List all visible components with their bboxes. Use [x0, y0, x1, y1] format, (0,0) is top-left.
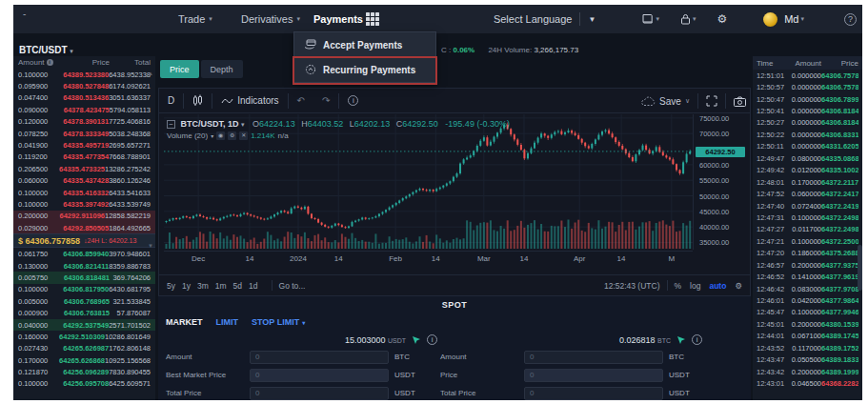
trade-row[interactable]: 12:43:520.11700064389.175200: [753, 342, 862, 354]
trade-row[interactable]: 12:45:010.20000064380.153929: [753, 318, 862, 330]
orderbook-row[interactable]: 0.09590064380.5278486174.092621: [13, 80, 155, 91]
orderbook-row[interactable]: 0.12000064378.3901317725.406816: [13, 116, 155, 128]
trade-row[interactable]: 12:46:010.04200064377.986400: [753, 294, 862, 306]
log-scale-button[interactable]: log: [690, 281, 700, 291]
goto-button[interactable]: Go to...: [279, 281, 306, 291]
orderbook-row[interactable]: 0.20000064292.91109612858.582219: [13, 211, 155, 222]
scroll-down-icon[interactable]: ▼: [148, 243, 153, 249]
trade-row[interactable]: 12:47:400.07240064372.241918: [753, 200, 862, 212]
pointer-icon[interactable]: [412, 335, 421, 345]
orderbook-row[interactable]: 0.20650064335.47332513286.275242: [13, 163, 155, 174]
trade-row[interactable]: 12:43:010.04650064368.228204: [753, 377, 862, 389]
chevron-down-icon[interactable]: ▾: [241, 121, 245, 128]
save-button[interactable]: Save: [659, 96, 681, 107]
orderbook-row[interactable]: 0.04190064335.4957192695.657271: [13, 139, 155, 151]
range-button-5d[interactable]: 5d: [233, 281, 242, 291]
info-icon[interactable]: i: [427, 334, 437, 345]
trade-row[interactable]: 12:44:010.06710064389.174500: [753, 331, 862, 342]
trade-row[interactable]: 12:45:470.10000064377.994602: [753, 307, 862, 318]
user-menu[interactable]: Md▾: [784, 13, 804, 25]
percent-scale-button[interactable]: %: [675, 281, 682, 291]
trade-row[interactable]: 12:50:470.00000064306.789952: [753, 93, 862, 105]
nav-item-derivatives[interactable]: Derivatives▾: [241, 5, 300, 33]
price-axis[interactable]: 75000.0070000.0060000.0055000.0050000.00…: [693, 114, 750, 250]
amount-input[interactable]: [250, 351, 389, 364]
orderbook-row[interactable]: 0.02743064265.6269871762.806148: [13, 343, 155, 354]
tab-stop-limit[interactable]: STOP LIMIT▾: [252, 317, 305, 327]
orderbook-row[interactable]: 0.04000064292.5375492571.701502: [13, 319, 155, 331]
tab-limit[interactable]: LIMIT: [216, 317, 239, 327]
orderbook-row[interactable]: 0.17000064265.62686810925.156568: [13, 354, 155, 366]
footer-gear-icon[interactable]: ⚙: [735, 281, 742, 291]
apps-grid-icon[interactable]: [366, 12, 379, 26]
candle-style-icon[interactable]: [184, 93, 212, 109]
orderbook-row[interactable]: 0.10000064306.8179506430.681795: [13, 284, 155, 295]
fullscreen-icon[interactable]: [706, 95, 717, 107]
trade-row[interactable]: 12:46:570.20000064377.937500: [753, 259, 862, 271]
orderbook-row[interactable]: 0.10000064256.0957086425.609571: [13, 378, 155, 390]
price-input[interactable]: [524, 369, 663, 382]
trade-row[interactable]: 12:47:210.10000064372.250069: [753, 235, 862, 247]
scrollbar-thumb[interactable]: [858, 245, 862, 291]
indicators-button[interactable]: Indicators: [212, 93, 287, 109]
pointer-icon[interactable]: [676, 335, 686, 345]
range-button-1m[interactable]: 1m: [215, 281, 227, 291]
select-language-button[interactable]: Select Language: [494, 13, 573, 25]
orderbook-row[interactable]: 0.00575064306.818481369.764206: [13, 272, 155, 283]
orderbook-row[interactable]: 0.09000064378.4234755794.058113: [13, 104, 155, 115]
camera-icon[interactable]: [734, 96, 746, 107]
range-button-1y[interactable]: 1y: [182, 281, 191, 291]
trade-row[interactable]: 12:46:520.14100064377.961938: [753, 271, 862, 282]
eye-icon[interactable]: ◉: [216, 131, 225, 140]
tab-market[interactable]: MARKET: [166, 317, 203, 327]
close-icon[interactable]: ✕: [239, 131, 248, 140]
total-price-input[interactable]: [524, 387, 663, 400]
range-button-3m[interactable]: 3m: [197, 281, 209, 291]
redo-icon[interactable]: ↷: [313, 93, 338, 109]
undo-icon[interactable]: ↶: [289, 93, 313, 109]
menu-item-recurring-payments[interactable]: Recurring Payments: [294, 57, 435, 82]
nav-item-trade[interactable]: Trade▾: [178, 5, 212, 33]
interval-button[interactable]: D: [159, 93, 183, 109]
info-icon[interactable]: i: [348, 95, 358, 106]
orderbook-row[interactable]: 0.10000064389.5233806438.952338: [13, 69, 155, 80]
best-market-price-input[interactable]: [250, 369, 389, 382]
trade-row[interactable]: 12:46:420.08300064377.970800: [753, 283, 862, 294]
orderbook-row[interactable]: 0.11920064335.4773547668.788901: [13, 152, 155, 163]
trade-row[interactable]: 12:47:310.10000064372.249891: [753, 212, 862, 223]
settings-gear-icon[interactable]: ⚙: [717, 12, 727, 26]
gear-icon[interactable]: ⚙: [228, 131, 236, 140]
price-tab[interactable]: Price: [160, 60, 199, 78]
orderbook-row[interactable]: 0.12187064256.0962897830.890455: [13, 366, 155, 377]
help-icon[interactable]: ?: [844, 13, 857, 26]
trade-row[interactable]: 12:47:200.18600064375.268800: [753, 248, 862, 259]
orderbook-row[interactable]: 0.06175064306.8599403970.948601: [13, 248, 155, 259]
orderbook-row[interactable]: 0.16000064292.51030910286.801649: [13, 331, 155, 342]
orderbook-row[interactable]: 0.02900064292.8505051864.492665: [13, 222, 155, 233]
range-button-5y[interactable]: 5y: [167, 281, 175, 291]
trade-row[interactable]: 12:50:110.00000064331.620589: [753, 141, 862, 152]
info-icon[interactable]: i: [692, 334, 702, 345]
wallet-lock-icon[interactable]: ▾: [680, 13, 696, 25]
scroll-up-icon[interactable]: ▲: [148, 71, 153, 76]
trade-row[interactable]: 12:50:410.00000064306.818481: [753, 105, 862, 116]
orderbook-row[interactable]: 0.00090064306.76381557.876087: [13, 307, 155, 318]
trade-row[interactable]: 12:50:270.00000064306.818481: [753, 117, 862, 129]
orderbook-row[interactable]: 0.04740064380.5134363051.636337: [13, 92, 155, 104]
language-dropdown-icon[interactable]: ▼: [588, 15, 595, 24]
orders-book-icon[interactable]: ▾: [641, 13, 659, 25]
orderbook-row[interactable]: 0.13000064306.8214118359.886783: [13, 260, 155, 272]
orderbook-row[interactable]: 0.06000064335.4374283860.126246: [13, 175, 155, 187]
orderbook-row[interactable]: 0.00500064306.768965321.533845: [13, 295, 155, 307]
trade-row[interactable]: 12:49:470.08000064335.086890: [753, 152, 862, 164]
amount-input[interactable]: [524, 351, 663, 364]
time-axis[interactable]: Dec14202414Feb14Mar14Apr14M: [164, 251, 693, 266]
chevron-down-icon[interactable]: ▾: [211, 132, 213, 139]
trade-row[interactable]: 12:43:470.05050064389.183330: [753, 354, 862, 366]
orderbook-row[interactable]: 0.10000064335.4163326433.541633: [13, 187, 155, 198]
trade-row[interactable]: 12:51:010.00000064306.757858: [753, 70, 862, 81]
orderbook-row[interactable]: 0.10000064335.3974926433.539749: [13, 198, 155, 210]
range-button-1d[interactable]: 1d: [249, 281, 257, 291]
trade-row[interactable]: 12:43:420.20000064389.199979: [753, 366, 862, 377]
orderbook-row[interactable]: 0.07825064378.3333495038.248368: [13, 128, 155, 139]
